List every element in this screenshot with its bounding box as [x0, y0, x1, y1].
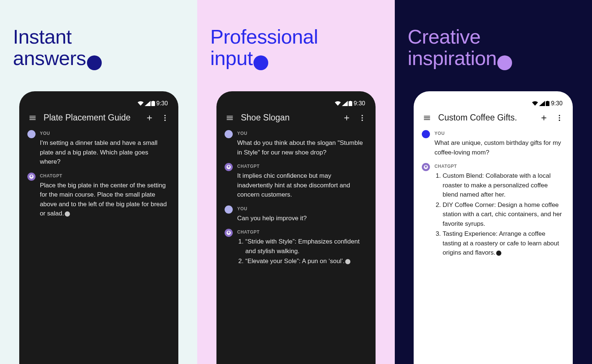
battery-icon: [349, 101, 352, 106]
headline-dot-icon: [87, 55, 102, 70]
message-role-label: CHATGPT: [237, 229, 367, 235]
message-list: “Stride with Style”: Emphasizes confiden…: [237, 237, 367, 266]
svg-point-4: [164, 119, 166, 121]
more-icon[interactable]: [555, 113, 564, 122]
typing-cursor-icon: [345, 259, 350, 264]
headline-dot-icon: [497, 55, 512, 70]
more-icon[interactable]: [161, 113, 169, 122]
signal-icon: [145, 101, 151, 106]
message-role-label: YOU: [434, 131, 565, 136]
new-chat-icon[interactable]: [539, 113, 548, 122]
chat-title: Shoe Slogan: [241, 113, 336, 123]
chat-message-user: YOU Can you help improve it?: [223, 206, 369, 223]
wifi-icon: [334, 101, 341, 106]
app-bar: Custom Coffee Gifts.: [420, 113, 566, 131]
chat-message-assistant: CHATGPT “Stride with Style”: Emphasizes …: [223, 229, 369, 267]
chatgpt-avatar-icon: [27, 173, 36, 181]
message-role-label: YOU: [237, 206, 367, 211]
svg-point-12: [559, 115, 560, 116]
wifi-icon: [532, 101, 538, 106]
menu-icon[interactable]: [28, 113, 37, 122]
message-text: What are unique, custom birthday gifts f…: [434, 138, 565, 157]
list-item: Custom Blend: Collaborate with a local r…: [443, 171, 565, 200]
message-text: What do you think about the slogan "Stum…: [237, 138, 367, 157]
status-time: 9:30: [157, 100, 168, 107]
chat-message-user: YOU What are unique, custom birthday gif…: [420, 131, 566, 157]
user-avatar-icon: [422, 130, 430, 138]
svg-point-7: [361, 115, 363, 116]
status-icons: [137, 101, 155, 106]
chat-message-assistant: CHATGPT Custom Blend: Collaborate with a…: [420, 164, 566, 258]
list-item: Tasting Experience: Arrange a coffee tas…: [443, 229, 565, 258]
message-role-label: CHATGPT: [40, 173, 170, 178]
user-avatar-icon: [225, 130, 233, 138]
chat-message-assistant: CHATGPT Place the big plate in the cente…: [26, 173, 172, 218]
svg-rect-10: [546, 101, 549, 106]
headline-line1: Instant: [13, 25, 72, 48]
user-avatar-icon: [225, 205, 233, 214]
chatgpt-avatar-icon: [422, 163, 430, 171]
battery-icon: [546, 101, 549, 106]
message-text: It implies chic confidence but may inadv…: [237, 171, 367, 200]
app-bar: Plate Placement Guide: [26, 113, 172, 131]
chatgpt-avatar-icon: [225, 229, 233, 237]
headline-line1: Professional: [210, 25, 318, 48]
svg-point-14: [559, 119, 560, 121]
message-role-label: YOU: [237, 131, 367, 136]
list-item: “Elevate your Sole”: A pun on ‘soul’.: [245, 256, 367, 266]
signal-icon: [539, 101, 545, 106]
phone-mock-light: 9:30 Custom Coffee Gifts. YOU What are u…: [414, 91, 573, 364]
headline-line2: input: [210, 47, 253, 69]
typing-cursor-icon: [496, 251, 501, 256]
message-role-label: CHATGPT: [237, 164, 367, 169]
message-text: I'm setting a dinner table and have a sm…: [40, 138, 170, 167]
wifi-icon: [137, 101, 144, 106]
svg-point-13: [559, 117, 560, 119]
promo-panel-instant-answers: Instant answers 9:30 Plate Placement Gui…: [0, 0, 197, 364]
promo-panel-professional-input: Professional input 9:30 Shoe Slogan: [197, 0, 394, 364]
list-item: DIY Coffee Corner: Design a home coffee …: [443, 200, 565, 229]
phone-mock-dark: 9:30 Shoe Slogan YOU What do you think a…: [216, 91, 376, 364]
message-list: Custom Blend: Collaborate with a local r…: [434, 171, 565, 258]
svg-rect-6: [350, 101, 351, 102]
headline-dot-icon: [253, 55, 268, 70]
svg-point-8: [361, 117, 363, 119]
headline-line2: answers: [13, 47, 86, 69]
headline-line1: Creative: [408, 25, 481, 48]
chat-message-assistant: CHATGPT It implies chic confidence but m…: [223, 164, 369, 200]
headline: Creative inspiration: [408, 26, 579, 71]
message-text: Can you help improve it?: [237, 214, 367, 223]
menu-icon[interactable]: [423, 113, 431, 122]
menu-icon[interactable]: [225, 113, 234, 122]
svg-rect-5: [349, 101, 352, 106]
headline: Instant answers: [13, 26, 184, 71]
new-chat-icon[interactable]: [145, 113, 154, 122]
chat-message-user: YOU I'm setting a dinner table and have …: [26, 131, 172, 167]
svg-point-9: [361, 119, 363, 121]
typing-cursor-icon: [65, 211, 70, 217]
app-bar: Shoe Slogan: [223, 113, 369, 131]
svg-rect-11: [547, 101, 548, 102]
signal-icon: [342, 101, 348, 106]
status-bar: 9:30: [223, 98, 369, 113]
status-time: 9:30: [354, 100, 365, 107]
new-chat-icon[interactable]: [342, 113, 351, 122]
phone-mock-dark: 9:30 Plate Placement Guide YOU I'm setti…: [19, 91, 178, 364]
svg-point-2: [164, 115, 166, 116]
more-icon[interactable]: [358, 113, 367, 122]
status-bar: 9:30: [420, 98, 566, 113]
message-role-label: CHATGPT: [434, 164, 565, 169]
svg-point-3: [164, 117, 166, 119]
chat-title: Custom Coffee Gifts.: [438, 113, 533, 123]
svg-rect-0: [151, 101, 155, 106]
promo-panel-creative-inspiration: Creative inspiration 9:30 Custom Coffee …: [395, 0, 592, 364]
status-icons: [334, 101, 352, 106]
chat-message-user: YOU What do you think about the slogan "…: [223, 131, 369, 157]
chatgpt-avatar-icon: [225, 163, 233, 171]
chat-title: Plate Placement Guide: [44, 113, 138, 123]
message-role-label: YOU: [40, 131, 170, 136]
status-time: 9:30: [551, 100, 562, 107]
message-text: Place the big plate in the center of the…: [40, 181, 170, 218]
headline: Professional input: [210, 26, 381, 71]
battery-icon: [151, 101, 155, 106]
